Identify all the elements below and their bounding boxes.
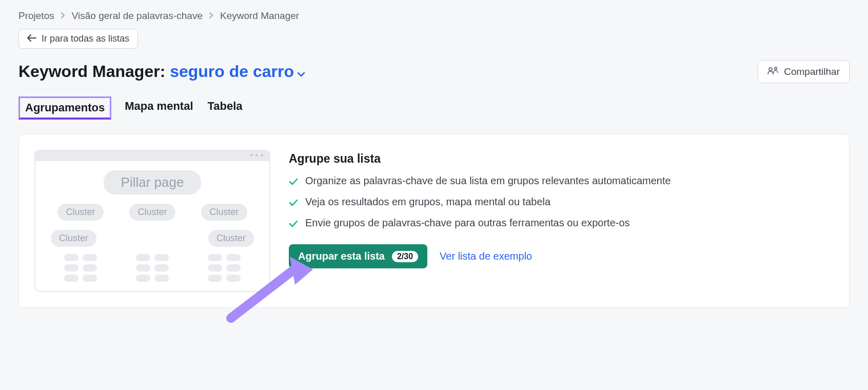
page-title: Keyword Manager: seguro de carro <box>18 62 305 81</box>
list-name: seguro de carro <box>170 62 294 81</box>
tabs: Agrupamentos Mapa mental Tabela <box>18 96 850 120</box>
chevron-right-icon <box>209 10 214 22</box>
back-to-lists-button[interactable]: Ir para todas as listas <box>18 29 138 49</box>
svg-point-0 <box>769 68 772 71</box>
cluster-pill: Cluster <box>57 204 103 221</box>
cluster-illustration: Pillar page Cluster Cluster Cluster Clus… <box>34 150 270 292</box>
pillar-page-label: Pillar page <box>104 170 201 194</box>
breadcrumb-item-visao-geral[interactable]: Visão geral de palavras-chave <box>72 10 203 22</box>
panel-heading: Agrupe sua lista <box>289 152 834 166</box>
check-icon <box>289 197 298 209</box>
back-button-label: Ir para todas as listas <box>42 33 129 44</box>
feature-item: Veja os resultados em grupos, mapa menta… <box>289 196 834 209</box>
cluster-pill: Cluster <box>208 230 254 247</box>
title-prefix: Keyword Manager: <box>18 62 165 81</box>
feature-list: Organize as palavras-chave de sua lista … <box>289 175 834 230</box>
share-icon <box>767 66 779 77</box>
tab-agrupamentos[interactable]: Agrupamentos <box>18 96 111 120</box>
check-icon <box>289 176 298 188</box>
svg-point-1 <box>775 67 777 69</box>
list-name-dropdown[interactable]: seguro de carro <box>170 62 305 81</box>
cluster-pill: Cluster <box>51 230 96 247</box>
arrow-left-icon <box>27 33 36 44</box>
chevron-down-icon <box>297 62 305 81</box>
tab-mapa-mental[interactable]: Mapa mental <box>124 96 194 120</box>
usage-badge: 2/30 <box>392 251 418 262</box>
group-this-list-button[interactable]: Agrupar esta lista 2/30 <box>289 244 427 268</box>
example-list-link[interactable]: Ver lista de exemplo <box>440 250 532 262</box>
cluster-pill: Cluster <box>201 204 247 221</box>
feature-item: Envie grupos de palavras-chave para outr… <box>289 217 834 230</box>
check-icon <box>289 218 298 230</box>
cta-label: Agrupar esta lista <box>298 250 385 262</box>
feature-text: Envie grupos de palavras-chave para outr… <box>305 217 630 229</box>
share-button[interactable]: Compartilhar <box>758 60 850 83</box>
feature-text: Organize as palavras-chave de sua lista … <box>305 175 671 187</box>
share-button-label: Compartilhar <box>784 66 840 77</box>
chevron-right-icon <box>61 10 66 22</box>
cluster-pill: Cluster <box>129 204 175 221</box>
cluster-panel: Pillar page Cluster Cluster Cluster Clus… <box>18 134 850 308</box>
feature-text: Veja os resultados em grupos, mapa menta… <box>305 196 550 208</box>
breadcrumb-item-projetos[interactable]: Projetos <box>18 10 54 22</box>
breadcrumb: Projetos Visão geral de palavras-chave K… <box>18 10 850 22</box>
feature-item: Organize as palavras-chave de sua lista … <box>289 175 834 188</box>
breadcrumb-item-keyword-manager[interactable]: Keyword Manager <box>220 10 299 22</box>
tab-tabela[interactable]: Tabela <box>207 96 244 120</box>
